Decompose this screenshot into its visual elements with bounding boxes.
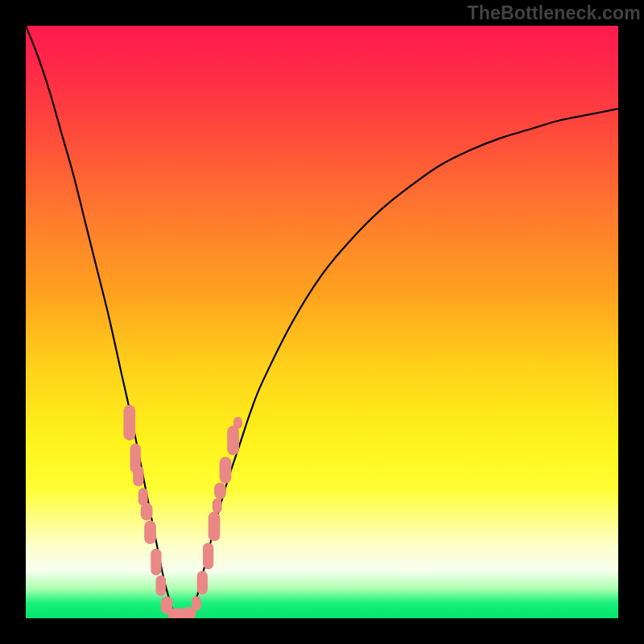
- data-marker: [208, 512, 221, 542]
- data-marker: [192, 596, 201, 610]
- plot-area: [26, 26, 618, 618]
- data-marker: [156, 576, 167, 597]
- data-marker: [227, 426, 239, 456]
- data-marker: [151, 549, 161, 576]
- data-marker: [144, 521, 156, 544]
- chart-frame: TheBottleneck.com: [0, 0, 644, 644]
- watermark-text: TheBottleneck.com: [467, 2, 641, 24]
- data-marker: [141, 502, 153, 520]
- data-marker: [197, 571, 208, 594]
- bottleneck-curve: [26, 26, 618, 618]
- data-marker: [203, 543, 213, 569]
- data-marker: [220, 456, 232, 483]
- data-marker: [233, 417, 242, 429]
- data-marker: [213, 498, 222, 513]
- marker-group: [123, 405, 242, 618]
- data-marker: [133, 465, 143, 486]
- data-marker: [123, 405, 135, 440]
- data-marker: [214, 482, 226, 499]
- curve-layer: [26, 26, 618, 618]
